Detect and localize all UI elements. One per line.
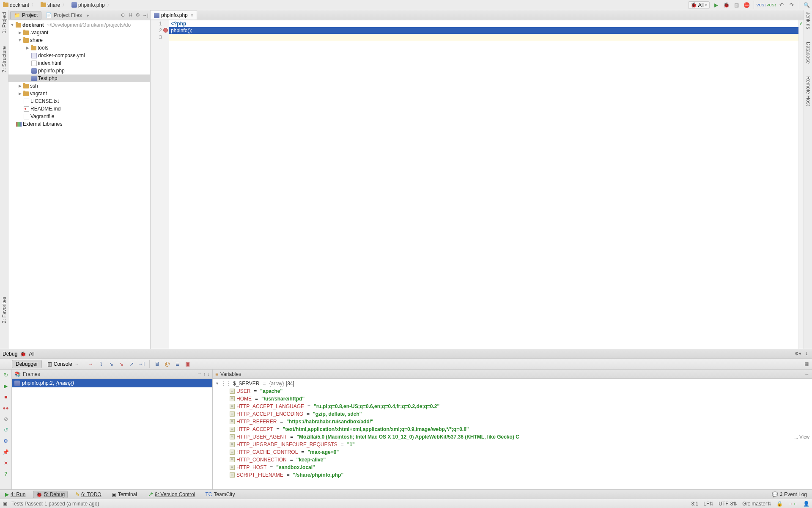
tool-structure[interactable]: 7: Structure — [1, 46, 7, 72]
tool-debug[interactable]: 🐞5: Debug — [33, 491, 68, 498]
tool-database[interactable]: Database — [805, 42, 811, 64]
tree-extlib[interactable]: External Libraries — [8, 120, 150, 128]
incoming-outgoing[interactable]: →← — [788, 501, 798, 507]
inspection-ok-icon[interactable]: ✔ — [799, 21, 803, 26]
tool-project[interactable]: 1: Project — [1, 12, 7, 33]
run-config-selector[interactable]: 🐞All▾ — [688, 1, 710, 9]
show-exec-point-icon[interactable]: → — [88, 361, 94, 367]
resume-button[interactable]: ▶ — [2, 382, 10, 390]
pin-button[interactable]: 📌 — [2, 448, 10, 456]
rerun-button[interactable]: ↻ — [2, 371, 10, 379]
var-row[interactable]: ≡ HTTP_CACHE_CONTROL="max-age=0" — [213, 448, 812, 456]
evaluate-icon[interactable]: 🖩 — [154, 361, 161, 367]
line-number[interactable]: 1 — [151, 20, 169, 27]
step-out-icon[interactable]: ↗ — [128, 361, 135, 367]
marker-strip[interactable]: ✔ — [798, 20, 804, 349]
vcs-commit-button[interactable]: VCS↑ — [768, 1, 775, 9]
tree-vagrant-dir[interactable]: ▶vagrant — [8, 90, 150, 97]
code-line-3[interactable] — [169, 34, 798, 41]
frames-list[interactable]: phpinfo.php:2, {main}() — [12, 379, 212, 489]
watch-icon[interactable]: @ — [164, 361, 171, 367]
tree-tools[interactable]: ▶tools — [8, 44, 150, 52]
status-window-icon[interactable]: ▣ — [3, 501, 7, 507]
close-button[interactable]: ✕ — [2, 459, 10, 467]
run-to-cursor-icon[interactable]: →I — [138, 361, 145, 367]
tool-todo[interactable]: ✎6: TODO — [73, 491, 104, 498]
tool-terminal[interactable]: ▣Terminal — [109, 491, 140, 498]
editor-tab-phpinfo[interactable]: phpinfo.php× — [151, 11, 197, 19]
var-row[interactable]: ≡ HTTP_CONNECTION="keep-alive" — [213, 456, 812, 464]
tree-index[interactable]: index.html — [8, 59, 150, 67]
settings-button[interactable]: ⚙ — [2, 437, 10, 445]
tab-debugger[interactable]: Debugger — [12, 360, 42, 368]
tree-root[interactable]: ▼dockrant~/Development/Gurukami/projects… — [8, 21, 150, 29]
stop-button[interactable]: ⛔ — [743, 1, 750, 9]
crumb-root[interactable]: dockrant — [2, 1, 38, 8]
debug-button[interactable]: 🐞 — [722, 1, 730, 9]
tab-console[interactable]: ▥Console→ — [44, 360, 82, 368]
crumb-share[interactable]: share — [39, 1, 69, 8]
vcs-update-button[interactable]: VCS↓ — [757, 1, 765, 9]
run-button[interactable]: ▶ — [712, 1, 720, 9]
code-line-2-current[interactable]: phpinfo(); — [169, 27, 798, 34]
line-number[interactable]: 3 — [151, 34, 169, 41]
chevron-right-icon[interactable]: ▸ — [87, 12, 89, 18]
var-row[interactable]: ≡ USER="apache" — [213, 387, 812, 395]
var-row[interactable]: ≡ HTTP_HOST="sandbox.local" — [213, 464, 812, 471]
tree-readme[interactable]: README.md — [8, 105, 150, 113]
variables-list[interactable]: ▼⋮⋮ $_SERVER = {array} [34] ≡ USER="apac… — [213, 379, 812, 489]
restore-layout-button[interactable]: ↺ — [2, 426, 10, 434]
tab-project-files[interactable]: 📄Project Files — [42, 11, 85, 19]
redo-button[interactable]: ↷ — [788, 1, 796, 9]
sort-icon[interactable]: ≣ — [174, 361, 181, 367]
breakpoint-icon[interactable] — [163, 28, 168, 33]
hector-icon[interactable]: 👤 — [803, 501, 809, 507]
stop-button[interactable]: ■ — [2, 393, 10, 401]
tree-share[interactable]: ▼share — [8, 36, 150, 44]
crumb-file[interactable]: phpinfo.php — [70, 1, 114, 8]
var-server[interactable]: ▼⋮⋮ $_SERVER = {array} [34] — [213, 380, 812, 387]
settings-icon[interactable]: ⚙▾ — [795, 351, 801, 357]
var-row[interactable]: ≡ HTTP_ACCEPT_ENCODING="gzip, deflate, s… — [213, 410, 812, 418]
minimize-icon[interactable]: ⤓ — [804, 351, 809, 357]
settings-icon[interactable]: ⚙ — [135, 12, 141, 18]
tree-test[interactable]: Test.php — [8, 75, 150, 82]
var-row[interactable]: ≡ HTTP_ACCEPT="text/html,application/xht… — [213, 425, 812, 433]
project-tree[interactable]: ▼dockrant~/Development/Gurukami/projects… — [8, 20, 150, 349]
line-number[interactable]: 2 — [151, 27, 169, 34]
tree-vagrantfile[interactable]: Vagrantfile — [8, 113, 150, 120]
scroll-to-source-icon[interactable]: ⊕ — [120, 12, 126, 18]
var-row[interactable]: ≡ HTTP_UPGRADE_INSECURE_REQUESTS="1" — [213, 441, 812, 448]
step-over-icon[interactable]: ⤵ — [98, 361, 104, 367]
tree-docker-compose[interactable]: docker-compose.yml — [8, 52, 150, 59]
next-frame-icon[interactable]: ↓ — [207, 371, 210, 377]
status-caret-pos[interactable]: 3:1 — [691, 501, 699, 507]
view-breakpoints-button[interactable]: ●● — [2, 404, 10, 412]
export-icon[interactable]: ▣ — [184, 361, 191, 367]
var-row[interactable]: ≡ HTTP_REFERER="https://habrahabr.ru/san… — [213, 418, 812, 425]
editor-body[interactable]: 1 2 3 <?php phpinfo(); ✔ — [151, 20, 804, 349]
dropdown-icon[interactable]: → — [804, 371, 809, 377]
gutter[interactable]: 1 2 3 — [151, 20, 169, 349]
tab-project[interactable]: 📁Project — [10, 11, 41, 19]
status-line-sep[interactable]: LF⇅ — [703, 501, 713, 507]
tool-vcs[interactable]: ⎇9: Version Control — [145, 491, 198, 498]
close-icon[interactable]: × — [191, 13, 193, 18]
coverage-button[interactable]: ▧ — [732, 1, 740, 9]
dropdown-icon[interactable]: → — [198, 371, 201, 377]
hide-icon[interactable]: →| — [143, 12, 148, 18]
tool-remote-host[interactable]: Remote Host — [805, 76, 811, 106]
code-line-1[interactable]: <?php — [169, 20, 798, 27]
var-row[interactable]: ≡ HTTP_ACCEPT_LANGUAGE="ru,pl;q=0.8,en-U… — [213, 403, 812, 410]
layout-icon[interactable]: ▦ — [804, 361, 809, 367]
frame-row[interactable]: phpinfo.php:2, {main}() — [12, 379, 212, 387]
step-into-icon[interactable]: ↘ — [108, 361, 115, 367]
undo-button[interactable]: ↶ — [778, 1, 785, 9]
help-button[interactable]: ? — [2, 470, 10, 478]
collapse-all-icon[interactable]: ⇊ — [127, 12, 133, 18]
code-area[interactable]: <?php phpinfo(); — [169, 20, 798, 349]
tool-eventlog[interactable]: 💬2Event Log — [769, 491, 809, 498]
lock-icon[interactable]: 🔒 — [776, 501, 783, 507]
status-git[interactable]: Git: master⇅ — [742, 501, 771, 507]
prev-frame-icon[interactable]: ↑ — [203, 371, 206, 377]
